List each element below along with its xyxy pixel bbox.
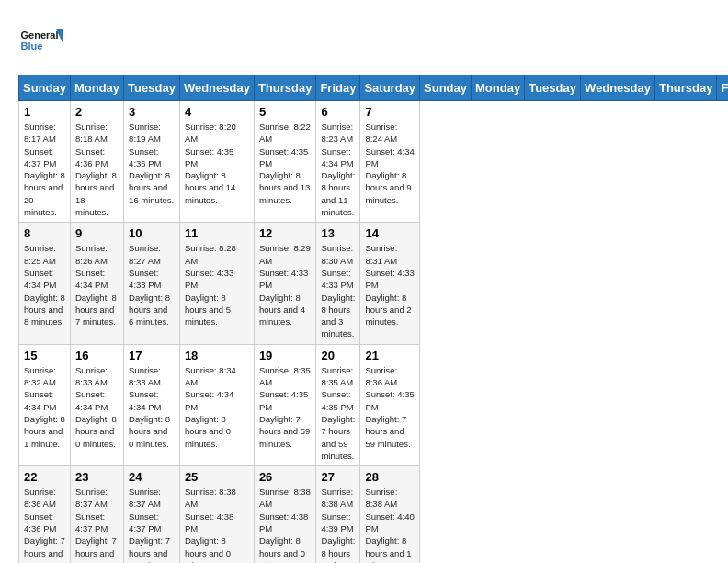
day-info: Sunrise: 8:22 AM Sunset: 4:35 PM Dayligh…	[259, 121, 312, 206]
calendar-week-row: 1Sunrise: 8:17 AM Sunset: 4:37 PM Daylig…	[19, 101, 729, 223]
calendar-cell: 26Sunrise: 8:38 AM Sunset: 4:38 PM Dayli…	[254, 466, 316, 563]
calendar-cell: 15Sunrise: 8:32 AM Sunset: 4:34 PM Dayli…	[19, 344, 71, 465]
day-info: Sunrise: 8:38 AM Sunset: 4:39 PM Dayligh…	[321, 486, 355, 563]
day-info: Sunrise: 8:27 AM Sunset: 4:33 PM Dayligh…	[129, 242, 175, 327]
day-info: Sunrise: 8:37 AM Sunset: 4:37 PM Dayligh…	[75, 486, 119, 563]
day-info: Sunrise: 8:25 AM Sunset: 4:34 PM Dayligh…	[24, 242, 65, 327]
calendar-cell: 20Sunrise: 8:35 AM Sunset: 4:35 PM Dayli…	[316, 344, 360, 465]
day-info: Sunrise: 8:28 AM Sunset: 4:33 PM Dayligh…	[185, 242, 249, 327]
day-info: Sunrise: 8:26 AM Sunset: 4:34 PM Dayligh…	[75, 242, 119, 327]
day-info: Sunrise: 8:19 AM Sunset: 4:36 PM Dayligh…	[129, 121, 175, 206]
calendar-week-row: 8Sunrise: 8:25 AM Sunset: 4:34 PM Daylig…	[19, 223, 729, 344]
day-info: Sunrise: 8:36 AM Sunset: 4:36 PM Dayligh…	[24, 486, 65, 563]
logo: General Blue	[18, 18, 64, 60]
day-number: 19	[259, 349, 312, 362]
day-number: 26	[259, 470, 312, 484]
day-info: Sunrise: 8:23 AM Sunset: 4:34 PM Dayligh…	[321, 121, 355, 218]
calendar-cell: 18Sunrise: 8:34 AM Sunset: 4:34 PM Dayli…	[179, 344, 254, 465]
calendar-cell: 17Sunrise: 8:33 AM Sunset: 4:34 PM Dayli…	[124, 344, 180, 465]
day-info: Sunrise: 8:38 AM Sunset: 4:38 PM Dayligh…	[185, 486, 249, 563]
col-header-wednesday: Wednesday	[179, 75, 254, 101]
day-info: Sunrise: 8:24 AM Sunset: 4:34 PM Dayligh…	[365, 121, 415, 206]
day-number: 3	[129, 105, 175, 119]
calendar-cell: 8Sunrise: 8:25 AM Sunset: 4:34 PM Daylig…	[19, 223, 71, 344]
day-info: Sunrise: 8:31 AM Sunset: 4:33 PM Dayligh…	[365, 242, 415, 327]
logo-svg: General Blue	[18, 18, 64, 60]
day-info: Sunrise: 8:38 AM Sunset: 4:40 PM Dayligh…	[365, 486, 415, 563]
day-info: Sunrise: 8:18 AM Sunset: 4:36 PM Dayligh…	[75, 121, 119, 218]
day-info: Sunrise: 8:29 AM Sunset: 4:33 PM Dayligh…	[259, 242, 312, 327]
svg-text:General: General	[21, 29, 59, 40]
day-info: Sunrise: 8:34 AM Sunset: 4:34 PM Dayligh…	[185, 364, 249, 450]
col-header-wednesday: Wednesday	[580, 75, 654, 101]
calendar-cell: 19Sunrise: 8:35 AM Sunset: 4:35 PM Dayli…	[254, 344, 316, 465]
col-header-tuesday: Tuesday	[525, 75, 581, 101]
col-header-monday: Monday	[70, 75, 123, 101]
day-number: 12	[259, 226, 312, 240]
calendar-cell: 6Sunrise: 8:23 AM Sunset: 4:34 PM Daylig…	[316, 101, 360, 223]
day-number: 1	[24, 105, 65, 119]
calendar-cell: 28Sunrise: 8:38 AM Sunset: 4:40 PM Dayli…	[360, 466, 420, 563]
col-header-thursday: Thursday	[654, 75, 717, 101]
calendar-cell: 1Sunrise: 8:17 AM Sunset: 4:37 PM Daylig…	[19, 101, 71, 223]
calendar-cell: 3Sunrise: 8:19 AM Sunset: 4:36 PM Daylig…	[124, 101, 180, 223]
day-info: Sunrise: 8:35 AM Sunset: 4:35 PM Dayligh…	[321, 364, 355, 462]
calendar-cell: 16Sunrise: 8:33 AM Sunset: 4:34 PM Dayli…	[70, 344, 123, 465]
calendar-cell: 21Sunrise: 8:36 AM Sunset: 4:35 PM Dayli…	[360, 344, 420, 465]
day-number: 4	[185, 105, 249, 119]
day-info: Sunrise: 8:38 AM Sunset: 4:38 PM Dayligh…	[259, 486, 312, 563]
col-header-sunday: Sunday	[19, 75, 71, 101]
day-number: 28	[365, 470, 415, 484]
day-number: 5	[259, 105, 312, 119]
day-info: Sunrise: 8:36 AM Sunset: 4:35 PM Dayligh…	[365, 364, 415, 450]
calendar-cell: 10Sunrise: 8:27 AM Sunset: 4:33 PM Dayli…	[124, 223, 180, 344]
calendar-cell: 4Sunrise: 8:20 AM Sunset: 4:35 PM Daylig…	[179, 101, 254, 223]
day-info: Sunrise: 8:30 AM Sunset: 4:33 PM Dayligh…	[321, 242, 355, 339]
day-number: 16	[75, 349, 119, 362]
calendar-cell: 27Sunrise: 8:38 AM Sunset: 4:39 PM Dayli…	[316, 466, 360, 563]
day-number: 2	[75, 105, 119, 119]
day-number: 21	[365, 349, 415, 362]
calendar-cell: 12Sunrise: 8:29 AM Sunset: 4:33 PM Dayli…	[254, 223, 316, 344]
day-info: Sunrise: 8:33 AM Sunset: 4:34 PM Dayligh…	[129, 364, 175, 450]
day-info: Sunrise: 8:17 AM Sunset: 4:37 PM Dayligh…	[24, 121, 65, 218]
day-info: Sunrise: 8:32 AM Sunset: 4:34 PM Dayligh…	[24, 364, 65, 450]
calendar-week-row: 15Sunrise: 8:32 AM Sunset: 4:34 PM Dayli…	[19, 344, 729, 465]
calendar-cell: 23Sunrise: 8:37 AM Sunset: 4:37 PM Dayli…	[70, 466, 123, 563]
col-header-thursday: Thursday	[254, 75, 316, 101]
header: General Blue	[18, 18, 710, 60]
col-header-friday: Friday	[316, 75, 360, 101]
calendar-cell: 7Sunrise: 8:24 AM Sunset: 4:34 PM Daylig…	[360, 101, 420, 223]
col-header-sunday: Sunday	[420, 75, 472, 101]
calendar-week-row: 22Sunrise: 8:36 AM Sunset: 4:36 PM Dayli…	[19, 466, 729, 563]
col-header-friday: Friday	[717, 75, 728, 101]
col-header-monday: Monday	[472, 75, 525, 101]
calendar-table: SundayMondayTuesdayWednesdayThursdayFrid…	[18, 75, 728, 563]
day-info: Sunrise: 8:33 AM Sunset: 4:34 PM Dayligh…	[75, 364, 119, 450]
day-info: Sunrise: 8:37 AM Sunset: 4:37 PM Dayligh…	[129, 486, 175, 563]
calendar-cell: 9Sunrise: 8:26 AM Sunset: 4:34 PM Daylig…	[70, 223, 123, 344]
calendar-cell: 2Sunrise: 8:18 AM Sunset: 4:36 PM Daylig…	[70, 101, 123, 223]
calendar-cell: 14Sunrise: 8:31 AM Sunset: 4:33 PM Dayli…	[360, 223, 420, 344]
day-number: 7	[365, 105, 415, 119]
calendar-cell: 22Sunrise: 8:36 AM Sunset: 4:36 PM Dayli…	[19, 466, 71, 563]
day-number: 14	[365, 226, 415, 240]
calendar-cell: 24Sunrise: 8:37 AM Sunset: 4:37 PM Dayli…	[124, 466, 180, 563]
col-header-tuesday: Tuesday	[124, 75, 180, 101]
day-number: 9	[75, 226, 119, 240]
calendar-cell: 5Sunrise: 8:22 AM Sunset: 4:35 PM Daylig…	[254, 101, 316, 223]
day-number: 17	[129, 349, 175, 362]
day-number: 10	[129, 226, 175, 240]
calendar-cell: 13Sunrise: 8:30 AM Sunset: 4:33 PM Dayli…	[316, 223, 360, 344]
day-number: 23	[75, 470, 119, 484]
calendar-cell: 25Sunrise: 8:38 AM Sunset: 4:38 PM Dayli…	[179, 466, 254, 563]
day-number: 18	[185, 349, 249, 362]
day-number: 11	[185, 226, 249, 240]
calendar-cell: 11Sunrise: 8:28 AM Sunset: 4:33 PM Dayli…	[179, 223, 254, 344]
col-header-saturday: Saturday	[360, 75, 420, 101]
day-number: 22	[24, 470, 65, 484]
day-number: 15	[24, 349, 65, 362]
svg-text:Blue: Blue	[21, 40, 43, 52]
day-number: 27	[321, 470, 355, 484]
day-number: 13	[321, 226, 355, 240]
